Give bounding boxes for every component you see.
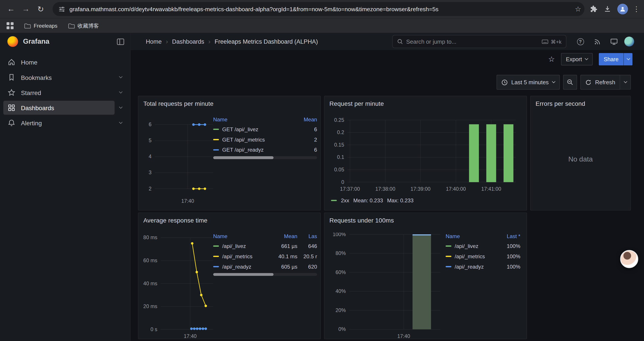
apps-grid-icon[interactable] xyxy=(6,22,14,29)
search-input[interactable]: Search or jump to... ⌘+k xyxy=(392,35,566,48)
svg-text:17:40: 17:40 xyxy=(184,333,196,339)
grafana-logo[interactable] xyxy=(8,36,18,47)
help-icon[interactable]: ? xyxy=(574,35,587,48)
series-label[interactable]: /api/_metrics xyxy=(213,253,267,259)
legend-header-name[interactable]: Name xyxy=(213,116,292,122)
reload-button[interactable]: ↻ xyxy=(34,2,48,16)
series-label[interactable]: /api/_readyz xyxy=(213,263,267,270)
series-mean-value: 6 xyxy=(292,126,317,132)
search-icon xyxy=(397,39,403,44)
share-button[interactable]: Share xyxy=(599,53,624,65)
breadcrumb: Home › Dashboards › Freeleaps Metrics Da… xyxy=(146,38,318,45)
sidebar-item-label: Starred xyxy=(21,89,41,96)
svg-text:6: 6 xyxy=(148,122,152,127)
bell-icon xyxy=(8,119,16,127)
series-color-dash xyxy=(213,149,219,151)
series-label[interactable]: GET /api/_metrics xyxy=(213,137,292,143)
panel-title[interactable]: Requests under 100ms xyxy=(324,213,526,224)
refresh-interval-chevron[interactable] xyxy=(620,75,631,90)
series-color-dash xyxy=(213,139,219,140)
scrollbar-thumb[interactable] xyxy=(213,156,273,159)
total-requests-chart: 6543217:40 xyxy=(142,119,216,206)
svg-text:60%: 60% xyxy=(336,269,346,275)
kiosk-monitor-icon[interactable] xyxy=(608,35,620,48)
sidebar-item-starred[interactable]: Starred xyxy=(3,86,115,100)
expand-chevron-icon[interactable] xyxy=(115,107,127,108)
panel-title[interactable]: Request per minute xyxy=(324,96,526,107)
forward-button[interactable]: → xyxy=(19,2,33,16)
series-label[interactable]: 2xx xyxy=(341,197,349,203)
svg-text:100%: 100% xyxy=(333,233,346,237)
svg-text:0.25: 0.25 xyxy=(334,117,344,123)
legend-header-last[interactable]: Las xyxy=(298,233,317,239)
sidebar-item-home[interactable]: Home xyxy=(3,55,127,69)
legend-header-name[interactable]: Name xyxy=(446,233,498,239)
breadcrumb-separator: › xyxy=(208,38,210,45)
home-icon xyxy=(8,58,16,66)
breadcrumb-dashboards[interactable]: Dashboards xyxy=(172,38,204,45)
legend-scrollbar[interactable] xyxy=(213,156,317,159)
legend-scrollbar[interactable] xyxy=(213,273,317,276)
url-bar[interactable]: grafana.mathmast.com/d/deytv4rwavabkb/fr… xyxy=(52,2,584,16)
expand-chevron-icon[interactable] xyxy=(115,77,127,78)
panel-title[interactable]: Average response time xyxy=(138,213,320,224)
browser-menu-icon[interactable]: ⋮ xyxy=(633,5,640,14)
svg-text:80%: 80% xyxy=(336,250,346,256)
time-range-picker[interactable]: Last 5 minutes xyxy=(496,75,560,90)
assistant-extension-avatar[interactable] xyxy=(620,250,638,268)
sidebar-item-label: Bookmarks xyxy=(21,74,52,81)
brand-title: Grafana xyxy=(23,38,112,46)
series-label[interactable]: /api/_livez xyxy=(446,243,498,249)
series-label[interactable]: /api/_livez xyxy=(213,243,267,249)
panel-average-response-time: Average response time 80 ms60 ms40 ms20 … xyxy=(138,213,321,339)
legend-header-mean[interactable]: Mean xyxy=(267,233,298,239)
request-per-minute-chart: 0.250.20.150.10.05017:37:0017:38:0017:39… xyxy=(328,117,518,199)
panel-title[interactable]: Total requests per minute xyxy=(138,96,320,107)
time-controls: Last 5 minutes Refresh xyxy=(496,75,631,90)
svg-text:60 ms: 60 ms xyxy=(143,258,158,263)
legend-table: Name Mean GET /api/_livez 6 GET /api/_me… xyxy=(213,114,317,155)
url-text[interactable]: grafana.mathmast.com/d/deytv4rwavabkb/fr… xyxy=(70,6,571,12)
export-button[interactable]: Export xyxy=(561,53,592,65)
sidebar-collapse-icon[interactable] xyxy=(116,38,124,45)
news-rss-icon[interactable] xyxy=(590,35,604,48)
requests-under-100ms-chart: 100%80%60%40%20%0%17:40 xyxy=(328,233,443,340)
sidebar-item-dashboards[interactable]: Dashboards xyxy=(3,101,115,115)
legend-header-name[interactable]: Name xyxy=(213,233,267,239)
zoom-out-button[interactable] xyxy=(563,75,577,90)
share-menu-chevron[interactable] xyxy=(624,53,632,65)
series-label[interactable]: /api/_metrics xyxy=(446,253,498,259)
downloads-icon[interactable] xyxy=(603,5,611,13)
back-button[interactable]: ← xyxy=(4,2,18,16)
extensions-icon[interactable] xyxy=(590,5,598,13)
sidebar-item-bookmarks[interactable]: Bookmarks xyxy=(3,70,115,84)
legend-row: 2xx Mean: 0.233 Max: 0.233 xyxy=(331,197,414,203)
sidebar-item-alerting[interactable]: Alerting xyxy=(3,116,115,130)
series-label[interactable]: GET /api/_livez xyxy=(213,126,292,132)
scrollbar-thumb[interactable] xyxy=(213,273,273,276)
keyboard-icon xyxy=(542,39,548,44)
breadcrumb-home[interactable]: Home xyxy=(146,38,162,45)
breadcrumb-current[interactable]: Freeleaps Metrics Dashboard (ALPHA) xyxy=(214,38,318,45)
svg-text:17:39:00: 17:39:00 xyxy=(410,186,430,192)
site-settings-icon[interactable] xyxy=(58,6,65,13)
expand-chevron-icon[interactable] xyxy=(115,92,127,93)
legend-header-mean[interactable]: Mean xyxy=(292,116,317,122)
bookmark-folder-freeleaps[interactable]: Freeleaps xyxy=(24,23,58,29)
no-data-message: No data xyxy=(531,96,630,210)
bookmark-folder-blogs[interactable]: 收藏博客 xyxy=(68,22,99,30)
browser-profile-avatar[interactable] xyxy=(617,4,628,15)
expand-chevron-icon[interactable] xyxy=(115,122,127,123)
sidebar-item-label: Dashboards xyxy=(21,104,54,111)
user-avatar[interactable] xyxy=(624,37,634,47)
series-label[interactable]: /api/_readyz xyxy=(446,263,498,270)
favorite-star-icon[interactable]: ☆ xyxy=(548,56,555,63)
svg-text:40 ms: 40 ms xyxy=(143,281,158,286)
bookmark-star-icon[interactable]: ☆ xyxy=(575,5,581,14)
legend-table: Name Last * /api/_livez 100% /api/_metri… xyxy=(446,231,520,272)
star-icon xyxy=(8,89,16,96)
legend-header-last[interactable]: Last * xyxy=(498,233,520,239)
series-label[interactable]: GET /api/_readyz xyxy=(213,147,292,153)
svg-text:20%: 20% xyxy=(336,307,346,313)
refresh-button[interactable]: Refresh xyxy=(580,75,620,90)
